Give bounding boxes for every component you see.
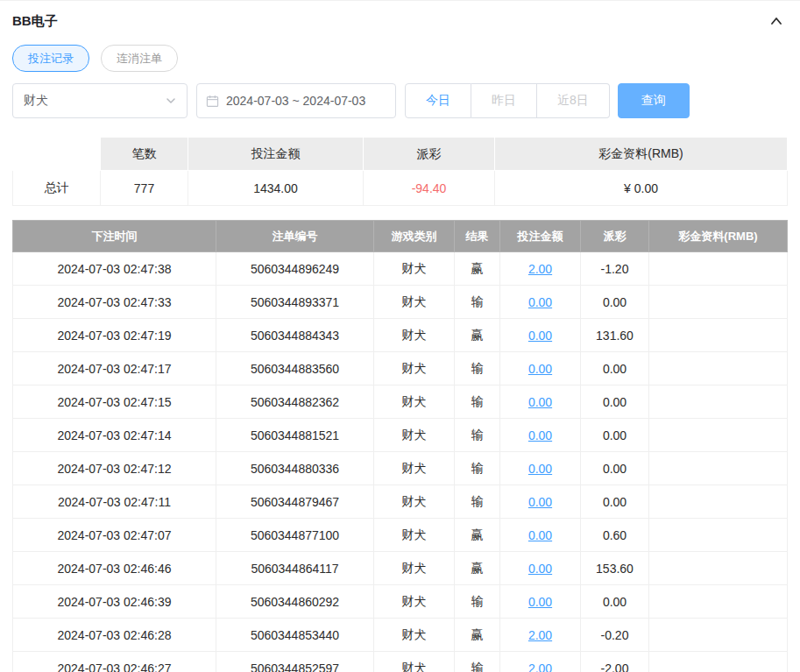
- game-category: 财犬: [374, 419, 455, 452]
- summary-table: 笔数投注金额派彩彩金资料(RMB) 总计 777 1434.00 -94.40 …: [12, 137, 788, 206]
- bet-amount-link[interactable]: 0.00: [528, 595, 552, 609]
- bet-amount-link[interactable]: 0.00: [528, 428, 552, 442]
- payout-value: 0.00: [581, 286, 649, 319]
- bet-time: 2024-07-03 02:47:14: [13, 419, 216, 452]
- bet-amount-link[interactable]: 2.00: [528, 628, 552, 642]
- summary-bonus: ¥ 0.00: [495, 171, 788, 206]
- payout-value: 153.60: [581, 552, 649, 585]
- date-range-value: 2024-07-03 ~ 2024-07-03: [226, 94, 365, 108]
- bet-amount-cell: 0.00: [500, 519, 581, 552]
- order-number: 5060344877100: [216, 519, 374, 552]
- quick-range-last8days[interactable]: 近8日: [537, 83, 610, 118]
- order-number: 5060344893371: [216, 286, 374, 319]
- order-number: 5060344884343: [216, 319, 374, 352]
- bet-result: 赢: [455, 319, 500, 352]
- bet-time: 2024-07-03 02:46:39: [13, 585, 216, 619]
- tab-bet-records[interactable]: 投注记录: [12, 45, 89, 72]
- column-header: 下注时间: [13, 221, 216, 252]
- bet-result: 输: [455, 452, 500, 485]
- bet-amount-link[interactable]: 0.00: [528, 528, 552, 542]
- tab-cancel-orders[interactable]: 连消注单: [101, 45, 178, 72]
- payout-value: 0.00: [581, 452, 649, 485]
- column-header: 彩金资料(RMB): [649, 221, 788, 252]
- order-number: 5060344879467: [216, 485, 374, 519]
- bet-amount-link[interactable]: 0.00: [528, 395, 552, 409]
- bet-amount-cell: 0.00: [500, 452, 581, 485]
- bet-amount-link[interactable]: 0.00: [528, 329, 552, 343]
- bonus-value: [649, 519, 788, 552]
- bet-result: 输: [455, 485, 500, 519]
- table-row: 2024-07-03 02:47:17 5060344883560 财犬 输 0…: [13, 352, 788, 386]
- bet-result: 输: [455, 352, 500, 386]
- bet-result: 赢: [455, 619, 500, 652]
- summary-header-cell: 彩金资料(RMB): [495, 138, 788, 171]
- game-category: 财犬: [374, 319, 455, 352]
- bonus-value: [649, 485, 788, 519]
- order-number: 5060344882362: [216, 386, 374, 419]
- order-number: 5060344860292: [216, 585, 374, 619]
- page-title: BB电子: [12, 13, 58, 30]
- game-category: 财犬: [374, 386, 455, 419]
- bet-amount-link[interactable]: 0.00: [528, 495, 552, 509]
- query-button[interactable]: 查询: [618, 83, 690, 118]
- table-row: 2024-07-03 02:46:27 5060344852597 财犬 输 2…: [13, 652, 788, 672]
- summary-payout: -94.40: [364, 171, 495, 206]
- game-select[interactable]: 财犬: [12, 83, 188, 118]
- order-number: 5060344896249: [216, 252, 374, 286]
- bet-result: 输: [455, 652, 500, 672]
- chevron-up-icon: [768, 13, 784, 29]
- summary-header-cell: 投注金额: [188, 138, 364, 171]
- bonus-value: [649, 585, 788, 619]
- bet-time: 2024-07-03 02:46:28: [13, 619, 216, 652]
- table-row: 2024-07-03 02:47:07 5060344877100 财犬 赢 0…: [13, 519, 788, 552]
- column-header: 派彩: [581, 221, 649, 252]
- quick-range-yesterday[interactable]: 昨日: [471, 83, 537, 118]
- bet-result: 赢: [455, 552, 500, 585]
- bet-amount-link[interactable]: 0.00: [528, 362, 552, 376]
- summary-header-cell: 笔数: [101, 138, 188, 171]
- bet-result: 赢: [455, 519, 500, 552]
- bonus-value: [649, 352, 788, 386]
- game-category: 财犬: [374, 452, 455, 485]
- game-category: 财犬: [374, 585, 455, 619]
- bonus-value: [649, 652, 788, 672]
- bet-result: 输: [455, 286, 500, 319]
- column-header: 游戏类别: [374, 221, 455, 252]
- bonus-value: [649, 419, 788, 452]
- order-number: 5060344864117: [216, 552, 374, 585]
- payout-value: 0.00: [581, 386, 649, 419]
- collapse-button[interactable]: [765, 10, 788, 32]
- payout-value: -0.20: [581, 619, 649, 652]
- payout-value: 131.60: [581, 319, 649, 352]
- bonus-value: [649, 552, 788, 585]
- bet-amount-link[interactable]: 2.00: [528, 262, 552, 276]
- bet-result: 输: [455, 585, 500, 619]
- date-range-input[interactable]: 2024-07-03 ~ 2024-07-03: [196, 83, 396, 118]
- bet-result: 输: [455, 419, 500, 452]
- table-row: 2024-07-03 02:46:46 5060344864117 财犬 赢 0…: [13, 552, 788, 585]
- table-row: 2024-07-03 02:46:28 5060344853440 财犬 赢 2…: [13, 619, 788, 652]
- bet-table: 下注时间注单编号游戏类别结果投注金额派彩彩金资料(RMB) 2024-07-03…: [12, 220, 788, 672]
- bet-amount-link[interactable]: 2.00: [528, 661, 552, 672]
- game-category: 财犬: [374, 619, 455, 652]
- bet-result: 输: [455, 386, 500, 419]
- payout-value: 0.00: [581, 419, 649, 452]
- order-number: 5060344880336: [216, 452, 374, 485]
- table-row: 2024-07-03 02:47:12 5060344880336 财犬 输 0…: [13, 452, 788, 485]
- bet-time: 2024-07-03 02:47:15: [13, 386, 216, 419]
- bet-amount-link[interactable]: 0.00: [528, 295, 552, 309]
- summary-header-cell: 派彩: [364, 138, 495, 171]
- bet-result: 赢: [455, 252, 500, 286]
- bet-amount-cell: 0.00: [500, 319, 581, 352]
- quick-range-today[interactable]: 今日: [405, 83, 471, 118]
- bet-amount-cell: 0.00: [500, 585, 581, 619]
- bet-amount-link[interactable]: 0.00: [528, 462, 552, 476]
- bonus-value: [649, 319, 788, 352]
- bet-amount-link[interactable]: 0.00: [528, 562, 552, 576]
- bet-time: 2024-07-03 02:47:19: [13, 319, 216, 352]
- bet-amount-cell: 2.00: [500, 619, 581, 652]
- panel-header: BB电子: [12, 1, 788, 41]
- bet-time: 2024-07-03 02:46:27: [13, 652, 216, 672]
- bonus-value: [649, 619, 788, 652]
- column-header: 投注金额: [500, 221, 581, 252]
